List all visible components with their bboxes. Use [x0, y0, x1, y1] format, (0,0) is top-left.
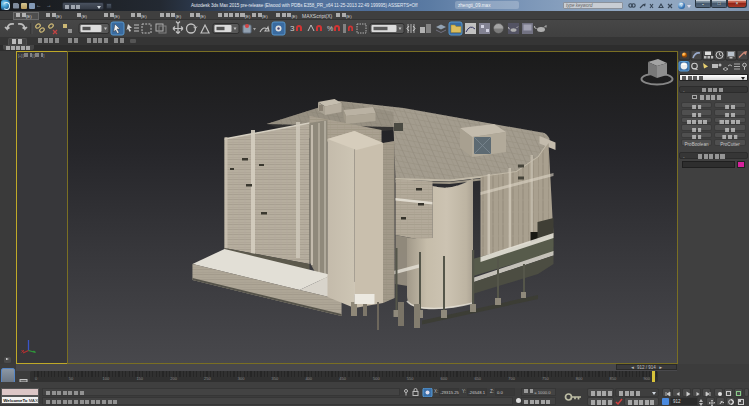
- svg-text:3: 3: [290, 24, 295, 33]
- svg-text:%: %: [327, 25, 333, 32]
